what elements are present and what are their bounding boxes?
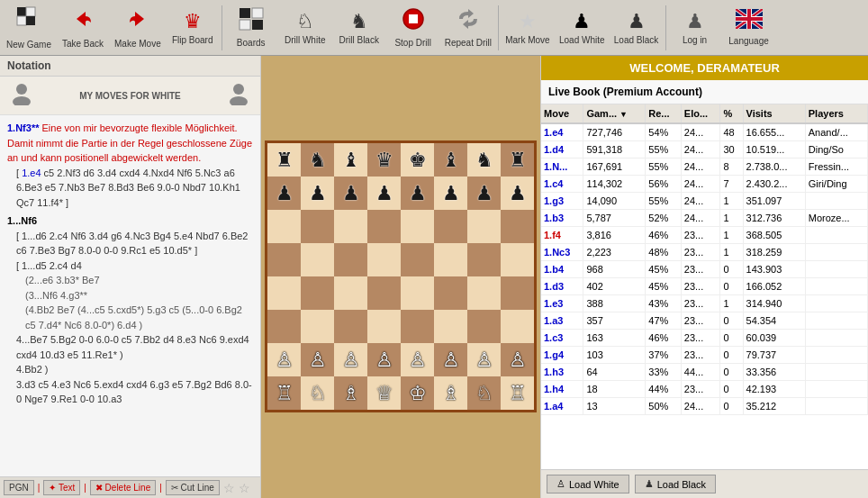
square-6-4[interactable]: ♙ [401, 343, 434, 376]
table-row[interactable]: 1.e4 727,746 54% 24... 48 16.655... Anan… [541, 123, 868, 141]
language-button[interactable]: Language [722, 2, 776, 54]
book-load-white-button[interactable]: ♙ Load White [547, 475, 629, 493]
log-in-button[interactable]: ♟ Log in [668, 2, 722, 54]
cell-move[interactable]: 1.a4 [541, 398, 583, 415]
table-row[interactable]: 1.a3 357 47% 23... 0 54.354 [541, 312, 868, 330]
new-game-button[interactable]: New Game [2, 2, 56, 54]
col-pct[interactable]: % [720, 104, 743, 123]
table-row[interactable]: 1.b3 5,787 52% 24... 1 312.736 Moroze... [541, 210, 868, 227]
cell-move[interactable]: 1.g3 [541, 193, 583, 210]
cell-move[interactable]: 1.e3 [541, 295, 583, 312]
square-4-2[interactable] [334, 276, 367, 310]
col-visits[interactable]: Visits [743, 104, 805, 123]
table-row[interactable]: 1.h3 64 33% 44... 0 33.356 [541, 364, 868, 381]
cell-move[interactable]: 1.e4 [541, 123, 583, 141]
square-3-2[interactable] [334, 243, 367, 276]
load-white-button[interactable]: ♟ Load White [555, 2, 610, 54]
cut-line-button[interactable]: ✂ Cut Line [166, 480, 220, 495]
square-6-0[interactable]: ♙ [267, 343, 301, 376]
drill-black-button[interactable]: ♞ Drill Black [332, 2, 386, 54]
square-7-4[interactable]: ♔ [401, 376, 434, 410]
table-row[interactable]: 1.g4 103 37% 23... 0 79.737 [541, 347, 868, 364]
table-row[interactable]: 1.d3 402 45% 23... 0 166.052 [541, 278, 868, 295]
square-3-4[interactable] [401, 243, 434, 276]
square-7-0[interactable]: ♖ [267, 376, 301, 410]
table-row[interactable]: 1.N... 167,691 55% 24... 8 2.738.0... Fr… [541, 158, 868, 176]
square-7-3[interactable]: ♕ [367, 376, 401, 410]
square-1-2[interactable]: ♟ [334, 177, 367, 210]
chess-board[interactable]: ♜♞♝♛♚♝♞♜♟♟♟♟♟♟♟♟♙♙♙♙♙♙♙♙♖♘♗♕♔♗♘♖ [265, 140, 537, 412]
table-row[interactable]: 1.f4 3,816 46% 23... 1 368.505 [541, 227, 868, 244]
mark-move-button[interactable]: ★ Mark Move [501, 2, 555, 54]
cell-move[interactable]: 1.a3 [541, 312, 583, 330]
square-3-5[interactable] [434, 243, 467, 276]
col-re[interactable]: Re... [646, 104, 682, 123]
table-row[interactable]: 1.c4 114,302 56% 24... 7 2.430.2... Giri… [541, 176, 868, 193]
book-load-black-button[interactable]: ♟ Load Black [635, 475, 716, 493]
square-2-2[interactable] [334, 210, 367, 243]
square-7-6[interactable]: ♘ [467, 376, 501, 410]
square-1-5[interactable]: ♟ [434, 177, 467, 210]
square-1-4[interactable]: ♟ [401, 177, 434, 210]
cell-move[interactable]: 1.b3 [541, 210, 583, 227]
square-2-6[interactable] [467, 210, 501, 243]
cell-move[interactable]: 1.b4 [541, 261, 583, 278]
table-row[interactable]: 1.h4 18 44% 23... 0 42.193 [541, 381, 868, 398]
table-row[interactable]: 1.Nc3 2,223 48% 23... 1 318.259 [541, 244, 868, 261]
square-2-0[interactable] [267, 210, 301, 243]
square-1-7[interactable]: ♟ [501, 177, 534, 210]
cell-move[interactable]: 1.g4 [541, 347, 583, 364]
square-3-1[interactable] [301, 243, 334, 276]
col-move[interactable]: Move [541, 104, 583, 123]
square-4-4[interactable] [401, 276, 434, 310]
square-5-3[interactable] [367, 310, 401, 343]
cell-move[interactable]: 1.N... [541, 158, 583, 176]
boards-button[interactable]: Boards [224, 2, 278, 54]
square-0-2[interactable]: ♝ [334, 143, 367, 177]
square-5-7[interactable] [501, 310, 534, 343]
square-6-6[interactable]: ♙ [467, 343, 501, 376]
square-2-1[interactable] [301, 210, 334, 243]
square-1-1[interactable]: ♟ [301, 177, 334, 210]
square-2-7[interactable] [501, 210, 534, 243]
stop-drill-button[interactable]: Stop Drill [386, 2, 440, 54]
square-7-5[interactable]: ♗ [434, 376, 467, 410]
square-2-4[interactable] [401, 210, 434, 243]
square-6-3[interactable]: ♙ [367, 343, 401, 376]
col-games[interactable]: Gam... ▼ [583, 104, 646, 123]
cell-move[interactable]: 1.d3 [541, 278, 583, 295]
square-0-1[interactable]: ♞ [301, 143, 334, 177]
square-5-1[interactable] [301, 310, 334, 343]
square-5-2[interactable] [334, 310, 367, 343]
square-5-4[interactable] [401, 310, 434, 343]
cell-move[interactable]: 1.d4 [541, 141, 583, 158]
square-0-6[interactable]: ♞ [467, 143, 501, 177]
delete-line-button[interactable]: ✖ Delete Line [90, 480, 156, 495]
square-3-7[interactable] [501, 243, 534, 276]
cell-move[interactable]: 1.c3 [541, 330, 583, 347]
square-0-5[interactable]: ♝ [434, 143, 467, 177]
square-0-7[interactable]: ♜ [501, 143, 534, 177]
square-2-5[interactable] [434, 210, 467, 243]
square-2-3[interactable] [367, 210, 401, 243]
flip-board-button[interactable]: ♛ Flip Board [166, 2, 220, 54]
square-6-7[interactable]: ♙ [501, 343, 534, 376]
table-row[interactable]: 1.d4 591,318 55% 24... 30 10.519... Ding… [541, 141, 868, 158]
drill-white-button[interactable]: ♘ Drill White [278, 2, 332, 54]
square-3-0[interactable] [267, 243, 301, 276]
cell-move[interactable]: 1.h3 [541, 364, 583, 381]
table-row[interactable]: 1.e3 388 43% 23... 1 314.940 [541, 295, 868, 312]
repeat-drill-button[interactable]: Repeat Drill [440, 2, 496, 54]
square-3-3[interactable] [367, 243, 401, 276]
square-0-4[interactable]: ♚ [401, 143, 434, 177]
make-move-button[interactable]: Make Move [110, 2, 166, 54]
square-7-7[interactable]: ♖ [501, 376, 534, 410]
square-1-6[interactable]: ♟ [467, 177, 501, 210]
cell-move[interactable]: 1.Nc3 [541, 244, 583, 261]
table-row[interactable]: 1.c3 163 46% 23... 0 60.039 [541, 330, 868, 347]
table-row[interactable]: 1.b4 968 45% 23... 0 143.903 [541, 261, 868, 278]
table-row[interactable]: 1.a4 13 50% 24... 0 35.212 [541, 398, 868, 415]
col-players[interactable]: Players [805, 104, 867, 123]
square-6-2[interactable]: ♙ [334, 343, 367, 376]
square-6-5[interactable]: ♙ [434, 343, 467, 376]
